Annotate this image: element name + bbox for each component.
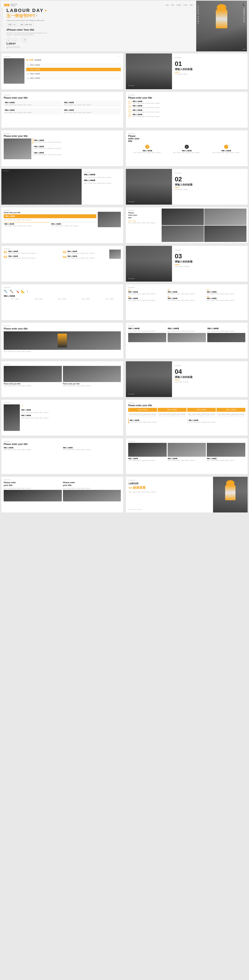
slide-thank-you: Presentation LABOUR 谢谢观看 请输入人物的简介请输入人物的简…: [126, 477, 247, 512]
section-02-image: Presentation: [126, 169, 172, 205]
final-img-r: [63, 490, 121, 501]
table-d2: 请输入人物的简介请输入人物的简介请输入人物的简介: [158, 413, 187, 417]
simple-item-2: 请输入人物标题 请输入人物的简介请输入人物的简介请输入人物的简介: [63, 447, 121, 450]
nav-one[interactable]: ONE: [166, 5, 169, 6]
hero-bottom-text1: Labor: [6, 42, 20, 45]
content1-title: Please enter your title: [4, 97, 121, 99]
content1-label: Presentation: [4, 94, 121, 95]
slide-3col-icons: Presentation Please enter your title ⚙ 请…: [126, 130, 247, 166]
img-left-label: Presentation: [4, 133, 121, 134]
section-02-number: 02: [175, 176, 245, 183]
toc-item-4: 04. 请输入人物标题: [26, 76, 121, 80]
section-01-slide-label: Presentation: [175, 57, 245, 58]
img-left-title: Please enter your title: [4, 135, 121, 137]
table-extra-2: 请输入人物标题 请输入人物的简介请输入人物的简介请输入人物的简介: [187, 418, 245, 424]
section-01-cn: 请输入你的标题: [175, 67, 245, 71]
logo-text: LOGO: [5, 5, 8, 6]
meta-time: 时间：20NN.N.NN: [19, 23, 34, 27]
section-01-label: Presentation: [128, 85, 135, 86]
num-item-02: 02 请输入人物标题 请输入人物的简介请输入人物的简介请输入人物的简介: [128, 105, 245, 108]
tools-col-2: 请输入人物标题: [27, 298, 50, 299]
toc-icon: ■: [26, 58, 28, 62]
slide-three-imgs-grid: Presentation 请输入人物标题 请输入人物的简介请输入人物的简介请输入…: [126, 438, 247, 474]
6items-06: 06 请输入人物标题 请输入人物的简介请输入人物的简介请输入人物的简介: [207, 295, 245, 301]
nav-three[interactable]: THREE: [176, 5, 181, 6]
content1-item-1: 请输入人物标题 请输入人物的简介请输入人物的简介请输入人物的简介: [4, 100, 62, 107]
nav-five[interactable]: FIVE: [190, 5, 193, 6]
toc-item-2: 02. 请输入人物标题: [26, 68, 121, 71]
three-img-3: [207, 443, 245, 457]
quote-mark-close: ": [21, 419, 121, 423]
hero-main-title: #Please enter Your title: [6, 28, 193, 31]
section-02-cn: 请输入你的标题: [175, 183, 245, 186]
slide-quote: Presentation " 请输入人物标题 请输入人物的简介请输入人物的简介请…: [2, 400, 123, 436]
hero-image: POWER POINT TEMPLATE: [196, 1, 247, 51]
table-h2: 请输入人物标题: [158, 408, 187, 412]
two-imgs-right: Please enter your title 请输入人物的简介请输入人物的简介…: [63, 366, 121, 387]
slide-label-toc: Presentation: [4, 56, 121, 57]
tools-col-4: 请输入人物标题: [75, 298, 97, 299]
tool-arrow-up: ↑: [27, 290, 28, 293]
slide-content-1: Presentation Please enter your title 请输入…: [2, 92, 123, 128]
nav-two[interactable]: TWO: [171, 5, 174, 6]
simple-item-1: 请输入人物标题 请输入人物的简介请输入人物的简介请输入人物的简介: [4, 447, 62, 450]
slide-container: LOGO Please enter Your title ONE TWO THR…: [0, 0, 249, 514]
6items-05: 05 请输入人物标题 请输入人物的简介请输入人物的简介请输入人物的简介: [168, 295, 206, 301]
final-img-right: Please enter your title 请输入人物的简介请输入人物的简介…: [63, 481, 121, 501]
grid-imgs-item-1: 请输入人物标题 请输入人物的简介请输入人物的简介请输入人物的简介: [4, 222, 50, 227]
4nums-item-01: 01 请输入人物标题 请输入人物的简介请输入人物的简介请输入人物的简介: [4, 250, 62, 254]
final-img-l: [4, 490, 62, 501]
section-02-en: LESSEN TWO: [175, 189, 245, 190]
slide-4nums: Presentation 01 请输入人物标题 请输入人物的简介请输入人物的简介…: [2, 246, 123, 282]
numbered-title: Please enter your title: [128, 97, 245, 99]
3col-item-3: ✓ 请输入人物标题 请输入人物的简介请输入人物的简介请输入人物的简介: [207, 143, 245, 154]
3col-prog-2: 请输入人物标题 请输入人物的简介请输入人物的简介请输入人物的简介: [168, 328, 206, 342]
slide-simple-title: Presentation Please enter your title 请输入…: [2, 438, 123, 474]
tool-wrench: 🔧: [4, 290, 8, 293]
img-left-item-3: 请输入人物标题 请输入人物的简介请输入人物的简介请输入人物的简介: [33, 151, 121, 156]
grid-imgs-item-2: 请输入人物标题 请输入人物的简介请输入人物的简介请输入人物的简介: [51, 222, 97, 227]
img-left-image: [4, 138, 31, 159]
6items-02: 02 请输入人物标题 请输入人物的简介请输入人物的简介请输入人物的简介: [168, 289, 206, 294]
tools-title: 请输入人物标题: [4, 295, 121, 297]
thank-you-cn: 谢谢观看: [133, 486, 146, 490]
img-overlay-bg: Presentation: [2, 169, 81, 205]
table-d1: 请输入人物的简介请输入人物的简介请输入人物的简介: [128, 413, 157, 417]
nav-four[interactable]: FOUR: [184, 5, 187, 6]
hero-slide: LOGO Please enter Your title ONE TWO THR…: [1, 1, 247, 51]
slide-toc: Presentation ■ 目录 cont: [2, 54, 123, 89]
4nums-item-03: 03 请输入人物标题 请输入人物的简介请输入人物的简介请输入人物的简介: [4, 255, 62, 259]
final-img-left: Please enter your title 请输入人物的简介请输入人物的简介…: [4, 481, 62, 501]
thank-final-note: Please enter your title: [129, 509, 142, 510]
power-point-label: POWER POINT: [197, 5, 199, 24]
quote-mark-open: ": [21, 404, 121, 409]
slide-6items: Presentation 01 请输入人物标题 请输入人物的简介请输入人物的简介…: [126, 284, 247, 320]
meta-person: 汇报人：XX: [6, 23, 17, 27]
num-item-01: 01 请输入人物标题 请输入人物的简介请输入人物的简介请输入人物的简介: [128, 100, 245, 104]
hero-subtitle: Today is the second day of the holiday f…: [6, 19, 193, 21]
hero-description: This PPT ai is to celebrate the most har…: [6, 32, 53, 36]
table-h3: 请输入人物标题: [187, 408, 216, 412]
slide-section-03: Presentation Presentation 03 请输入你的标题 LES…: [126, 246, 247, 282]
slide-numbered-list: Presentation Please enter your title 01 …: [126, 92, 247, 128]
slide-grid-imgs: Presentation Please enter your title 请输入…: [2, 207, 123, 243]
slide-two-imgs: Presentation Please enter your title 请输入…: [2, 361, 123, 397]
side-vertical-label: International Worker's day: [2, 8, 3, 27]
content1-item-4: 请输入人物标题 请输入人物的简介请输入人物的简介请输入人物的简介: [63, 108, 121, 115]
toc-item-1: 01. 请输入人物标题: [26, 64, 121, 67]
three-img-text-1: 请输入人物标题 请输入人物的简介请输入人物的简介请输入人物的简介: [128, 458, 167, 461]
slide-table-grid: Presentation Please enter your title 请输入…: [126, 400, 247, 436]
tools-col-3: 请输入人物标题: [51, 298, 73, 299]
template-label: TEMPLATE: [243, 8, 245, 23]
num-item-04: 04 请输入人物标题 请输入人物的简介请输入人物的简介请输入人物的简介: [128, 114, 245, 117]
quote-image: [4, 404, 20, 431]
grid-imgs-title: Please enter your title: [4, 212, 96, 213]
3col-title: Please enter your title: [128, 135, 245, 142]
large-img-area: [4, 331, 121, 350]
6items-01: 01 请输入人物标题 请输入人物的简介请输入人物的简介请输入人物的简介: [128, 289, 167, 294]
table-d3: 请输入人物的简介请输入人物的简介请输入人物的简介: [187, 413, 216, 417]
three-img-text-2: 请输入人物标题 请输入人物的简介请输入人物的简介请输入人物的简介: [168, 458, 206, 461]
content1-item-3: 请输入人物标题 请输入人物的简介请输入人物的简介请输入人物的简介: [4, 108, 62, 115]
icon-share[interactable]: ↗: [22, 38, 27, 42]
grid-imgs-image: [98, 212, 121, 227]
